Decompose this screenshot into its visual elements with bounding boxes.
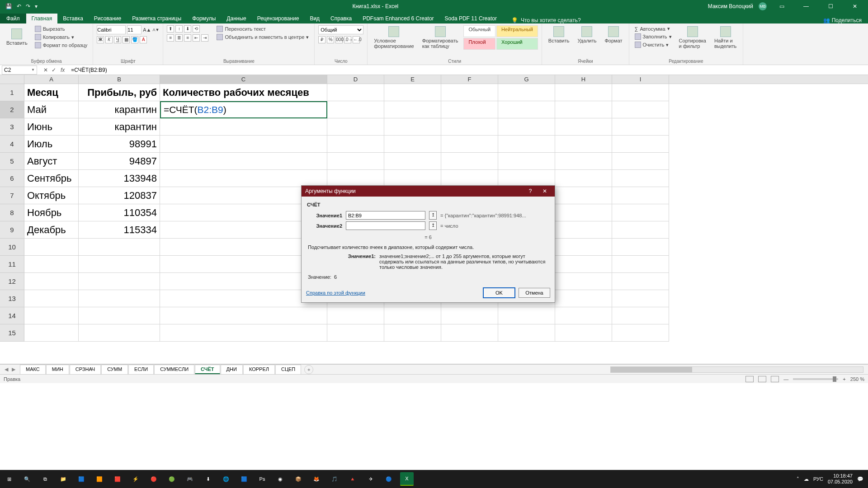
cell[interactable] (612, 136, 669, 153)
cell[interactable] (327, 101, 384, 118)
sheet-tab[interactable]: ДНИ (221, 365, 243, 374)
tray-clock[interactable]: 10:18:47 07.05.2020 (828, 473, 853, 485)
cell[interactable]: карантин (79, 118, 160, 136)
cell[interactable] (160, 136, 327, 153)
align-right-icon[interactable]: ≡ (184, 34, 191, 42)
row-header[interactable]: 1 (0, 84, 24, 101)
cell[interactable] (327, 84, 384, 101)
cell[interactable] (498, 153, 555, 170)
number-format-select[interactable]: Общий (318, 25, 363, 34)
cell[interactable] (327, 324, 384, 342)
cell[interactable] (441, 324, 498, 342)
row-header[interactable]: 6 (0, 170, 24, 187)
paste-button[interactable]: Вставить (4, 25, 30, 49)
tab-view[interactable]: Вид (304, 14, 325, 23)
cell[interactable] (555, 101, 612, 118)
tab-soda[interactable]: Soda PDF 11 Creator (439, 14, 502, 23)
tab-file[interactable]: Файл (0, 14, 26, 23)
cell[interactable] (327, 136, 384, 153)
cell[interactable] (612, 187, 669, 204)
cell[interactable] (384, 136, 441, 153)
font-name-select[interactable] (97, 25, 126, 34)
cell[interactable]: 110354 (79, 204, 160, 221)
formula-input[interactable]: =СЧЁТ(B2:B9) (68, 67, 868, 73)
function-help-link[interactable]: Справка по этой функции (306, 290, 365, 296)
cell[interactable]: Месяц (24, 84, 79, 101)
indent-inc-icon[interactable]: ⇥ (201, 34, 208, 42)
cell[interactable] (327, 153, 384, 170)
zoom-level[interactable]: 250 % (850, 376, 864, 382)
telegram-icon[interactable]: ✈ (364, 472, 377, 486)
col-header-I[interactable]: I (612, 75, 669, 84)
cell[interactable] (612, 118, 669, 136)
conditional-format-button[interactable]: Условное форматирование (371, 25, 416, 50)
cell[interactable] (79, 324, 160, 342)
cell[interactable] (160, 153, 327, 170)
tab-formulas[interactable]: Формулы (187, 14, 221, 23)
app-icon[interactable]: 🟥 (111, 472, 124, 486)
cell[interactable] (555, 118, 612, 136)
row-header[interactable]: 2 (0, 101, 24, 118)
cell[interactable] (24, 256, 79, 273)
save-icon[interactable]: 💾 (5, 3, 12, 9)
col-header-A[interactable]: A (24, 75, 79, 84)
vlc-icon[interactable]: 🔺 (346, 472, 359, 486)
cell[interactable]: 115334 (79, 221, 160, 239)
cell[interactable] (555, 273, 612, 290)
clear-button[interactable]: Очистить ▾ (633, 41, 674, 48)
cell[interactable] (555, 204, 612, 221)
bold-button[interactable]: Ж (97, 36, 104, 43)
cell[interactable] (612, 324, 669, 342)
undo-icon[interactable]: ↶ (17, 3, 21, 9)
cell[interactable] (612, 84, 669, 101)
chevron-down-icon[interactable]: ▼ (31, 68, 35, 72)
cell[interactable] (384, 84, 441, 101)
row-header[interactable]: 13 (0, 290, 24, 307)
style-good[interactable]: Хороший (496, 38, 538, 50)
cell[interactable] (498, 170, 555, 187)
arg2-range-picker-icon[interactable]: ↥ (429, 221, 437, 230)
app-icon[interactable]: 🎮 (183, 472, 197, 486)
cell[interactable] (24, 307, 79, 324)
col-header-F[interactable]: F (441, 75, 498, 84)
shrink-font-icon[interactable]: A▼ (153, 28, 160, 32)
tab-insert[interactable]: Вставка (57, 14, 89, 23)
cell[interactable]: Декабрь (24, 221, 79, 239)
cell[interactable] (498, 136, 555, 153)
insert-cells-button[interactable]: Вставить (546, 25, 572, 44)
sheet-tab[interactable]: МАКС (20, 365, 46, 374)
align-bottom-icon[interactable]: ⬇ (184, 25, 191, 33)
normal-view-icon[interactable] (745, 376, 754, 382)
row-header[interactable]: 11 (0, 256, 24, 273)
zoom-slider[interactable] (793, 378, 838, 380)
ribbon-options-icon[interactable]: ▭ (772, 0, 791, 13)
col-header-G[interactable]: G (498, 75, 555, 84)
cell[interactable]: 120837 (79, 187, 160, 204)
app-icon[interactable]: ⚡ (129, 472, 142, 486)
firefox-icon[interactable]: 🦊 (310, 472, 323, 486)
excel-icon[interactable]: X (400, 472, 414, 486)
cell[interactable]: Количество рабочих месяцев (160, 84, 327, 101)
sheet-tab[interactable]: СРЗНАЧ (70, 365, 101, 374)
cell[interactable] (555, 136, 612, 153)
enter-formula-icon[interactable]: ✓ (52, 67, 56, 73)
cell[interactable] (327, 170, 384, 187)
cell[interactable] (498, 101, 555, 118)
app-icon[interactable]: 📦 (292, 472, 305, 486)
cell[interactable] (555, 290, 612, 307)
cell[interactable] (384, 170, 441, 187)
cell[interactable] (555, 84, 612, 101)
align-top-icon[interactable]: ⬆ (167, 25, 174, 33)
cell[interactable] (498, 307, 555, 324)
user-avatar[interactable]: МВ (759, 2, 767, 10)
border-button[interactable]: ▦ (123, 36, 130, 43)
cell[interactable]: карантин (79, 101, 160, 118)
wrap-text-button[interactable]: Переносить текст (215, 25, 311, 33)
share-button[interactable]: 👥 Поделиться (823, 17, 868, 23)
indent-dec-icon[interactable]: ⇤ (193, 34, 200, 42)
close-button[interactable]: ✕ (845, 0, 864, 13)
cell[interactable] (327, 307, 384, 324)
row-header[interactable]: 12 (0, 273, 24, 290)
cell[interactable] (384, 101, 441, 118)
row-header[interactable]: 15 (0, 324, 24, 342)
